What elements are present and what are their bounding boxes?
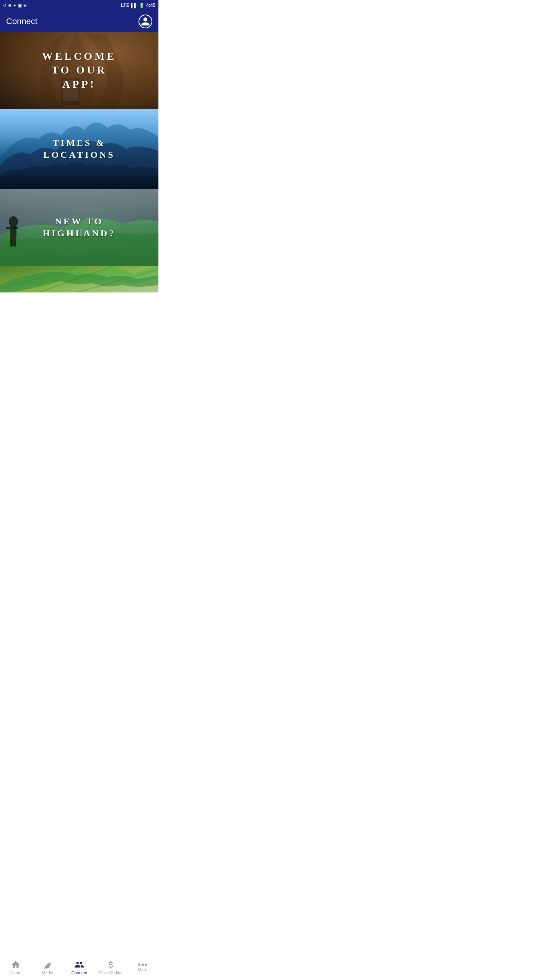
- svg-rect-9: [13, 227, 18, 229]
- more-dots-container: [138, 963, 147, 967]
- times-line2: LOCATIONS: [43, 149, 115, 161]
- page-title: Connect: [6, 16, 37, 26]
- more-dot-1: [138, 964, 140, 966]
- welcome-line2: APP!: [40, 77, 119, 91]
- palm-art: [0, 266, 158, 292]
- nav-more[interactable]: More: [127, 954, 158, 980]
- status-icon-2: ⊕: [8, 3, 11, 8]
- home-icon: [11, 960, 21, 970]
- status-right-icons: LTE ▌▌ 🔋 4:45: [121, 3, 155, 8]
- welcome-banner[interactable]: WELCOME TO OUR APP!: [0, 32, 158, 109]
- give-icon: [106, 960, 116, 970]
- signal-bars: ▌▌: [131, 3, 137, 8]
- status-icon-5: ◈: [23, 3, 26, 8]
- nav-give[interactable]: Give On-line: [95, 954, 127, 980]
- svg-point-4: [9, 216, 18, 227]
- main-content: WELCOME TO OUR APP!: [0, 32, 158, 954]
- welcome-line1: WELCOME TO OUR: [40, 49, 119, 77]
- status-icon-3: ✦: [13, 3, 16, 8]
- nav-home[interactable]: Home: [0, 954, 32, 980]
- nav-connect[interactable]: Connect: [64, 954, 95, 980]
- times-line1: TIMES &: [43, 137, 115, 149]
- times-locations-banner[interactable]: TIMES & LOCATIONS: [0, 109, 158, 189]
- svg-rect-6: [10, 237, 13, 247]
- palm-banner[interactable]: [0, 266, 158, 292]
- clock: 4:45: [146, 3, 155, 8]
- media-icon: [42, 960, 52, 970]
- times-text: TIMES & LOCATIONS: [43, 137, 115, 161]
- give-label: Give On-line: [99, 970, 122, 975]
- more-dot-3: [145, 964, 147, 966]
- media-label: Media: [42, 970, 53, 975]
- profile-button[interactable]: [139, 15, 152, 28]
- nav-media[interactable]: Media: [32, 954, 64, 980]
- welcome-text: WELCOME TO OUR APP!: [40, 49, 119, 91]
- bottom-navigation: Home Media Connect Give On-line More: [0, 954, 158, 980]
- status-bar: ↺ ⊕ ✦ ▣ ◈ LTE ▌▌ 🔋 4:45: [0, 0, 158, 11]
- connect-icon: [74, 960, 84, 970]
- app-header: Connect: [0, 11, 158, 32]
- highland-text: NEW TO HIGHLAND?: [40, 216, 119, 239]
- new-highland-banner[interactable]: NEW TO HIGHLAND?: [0, 189, 158, 266]
- connect-label: Connect: [72, 970, 87, 975]
- status-left-icons: ↺ ⊕ ✦ ▣ ◈: [3, 3, 26, 8]
- svg-rect-7: [13, 237, 16, 247]
- battery-icon: 🔋: [139, 3, 145, 8]
- profile-icon: [140, 16, 150, 26]
- lte-indicator: LTE: [121, 3, 129, 8]
- svg-rect-8: [6, 227, 10, 229]
- more-dot-2: [142, 964, 144, 966]
- status-icon-4: ▣: [18, 3, 22, 8]
- more-label: More: [138, 967, 147, 972]
- highland-line1: NEW TO HIGHLAND?: [40, 216, 119, 239]
- status-icon-1: ↺: [3, 3, 7, 8]
- home-label: Home: [10, 970, 21, 975]
